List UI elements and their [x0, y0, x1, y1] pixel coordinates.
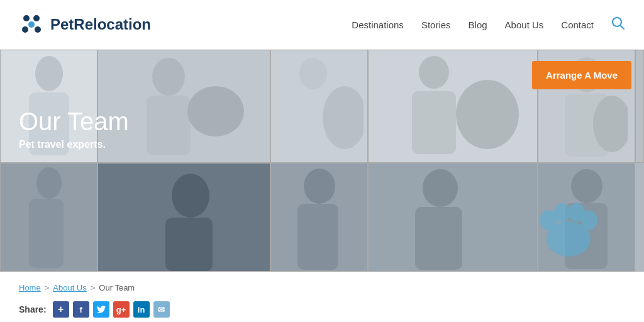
- svg-point-3: [22, 26, 28, 33]
- share-add-button[interactable]: +: [53, 301, 69, 318]
- svg-point-0: [23, 15, 30, 21]
- share-linkedin-button[interactable]: in: [133, 301, 150, 318]
- svg-point-7: [35, 56, 63, 91]
- logo[interactable]: PetRelocation: [19, 12, 151, 37]
- nav-contact[interactable]: Contact: [561, 19, 594, 30]
- nav-about-us[interactable]: About Us: [505, 19, 544, 30]
- svg-point-4: [35, 26, 41, 33]
- breadcrumb-home[interactable]: Home: [19, 283, 41, 292]
- logo-icon: [19, 12, 44, 37]
- hero-photo-4: [368, 50, 538, 163]
- share-googleplus-button[interactable]: g+: [113, 301, 130, 318]
- hero-photo-3: [270, 50, 368, 163]
- share-facebook-button[interactable]: f: [73, 301, 89, 318]
- share-label: Share:: [19, 304, 47, 314]
- hero-photo-7: [0, 163, 97, 272]
- logo-text: PetRelocation: [50, 16, 151, 33]
- hero-subtitle: Pet travel experts.: [19, 139, 214, 150]
- hero-text-cell: [97, 163, 270, 272]
- svg-point-35: [581, 210, 597, 230]
- header: PetRelocation Destinations Stories Blog …: [0, 0, 644, 50]
- hero-photo-8: [270, 163, 368, 272]
- svg-rect-24: [165, 218, 213, 271]
- share-twitter-button[interactable]: [93, 301, 109, 318]
- svg-rect-26: [297, 204, 338, 270]
- svg-line-6: [621, 25, 625, 29]
- svg-point-15: [419, 56, 449, 89]
- hero-text-block: Our Team Pet travel experts.: [0, 89, 214, 163]
- arrange-move-button[interactable]: Arrange A Move: [532, 61, 631, 89]
- share-email-button[interactable]: ✉: [153, 301, 170, 318]
- svg-point-23: [172, 174, 209, 218]
- share-bar: Share: + f g+ in ✉: [19, 301, 625, 318]
- hero-photo-9: [368, 163, 538, 272]
- svg-point-17: [456, 80, 519, 149]
- svg-point-33: [554, 203, 570, 222]
- svg-point-25: [304, 169, 335, 204]
- svg-rect-22: [29, 199, 64, 268]
- svg-point-2: [28, 21, 35, 28]
- search-icon[interactable]: [611, 16, 625, 33]
- breadcrumb-sep-1: >: [45, 283, 50, 292]
- svg-point-27: [423, 169, 458, 207]
- svg-rect-28: [415, 207, 462, 270]
- breadcrumb: Home > About Us > Our Team: [19, 283, 625, 292]
- breadcrumb-about-us[interactable]: About Us: [53, 283, 86, 292]
- breadcrumb-current: Our Team: [99, 283, 135, 292]
- breadcrumb-sep-2: >: [91, 283, 96, 292]
- svg-rect-16: [412, 91, 456, 154]
- nav-stories[interactable]: Stories: [421, 19, 451, 30]
- svg-point-1: [33, 15, 40, 21]
- hero-title: Our Team: [19, 108, 214, 135]
- paw-watermark: [531, 194, 606, 265]
- nav-blog[interactable]: Blog: [469, 19, 487, 30]
- nav: Destinations Stories Blog About Us Conta…: [352, 16, 625, 33]
- hero-section: Our Team Pet travel experts. Arrange A M…: [0, 50, 644, 272]
- nav-destinations[interactable]: Destinations: [352, 19, 404, 30]
- breadcrumb-area: Home > About Us > Our Team Share: + f g+…: [0, 272, 644, 322]
- hero-photo-6: [635, 50, 644, 163]
- svg-point-21: [36, 167, 62, 199]
- svg-point-12: [299, 58, 327, 89]
